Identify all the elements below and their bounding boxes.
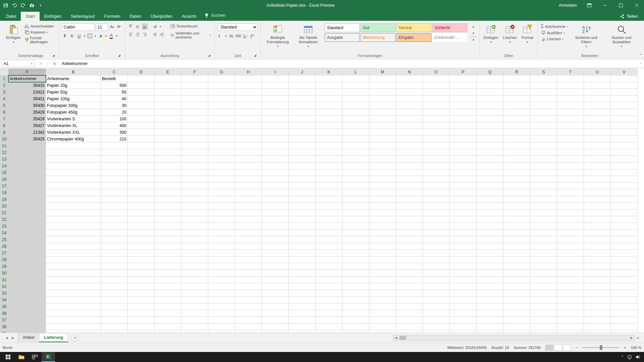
cell[interactable] — [530, 102, 557, 109]
cell[interactable] — [530, 163, 557, 169]
cell[interactable] — [46, 176, 101, 183]
row-header[interactable]: 10 — [0, 136, 8, 142]
cell[interactable] — [584, 290, 611, 297]
cell[interactable] — [262, 169, 289, 176]
cell[interactable] — [423, 176, 450, 183]
cell[interactable] — [208, 203, 235, 209]
cell[interactable] — [369, 129, 396, 136]
cell[interactable] — [342, 142, 369, 149]
cell[interactable] — [611, 263, 638, 270]
cell[interactable] — [530, 149, 557, 156]
cell[interactable] — [423, 270, 450, 277]
cell[interactable] — [477, 317, 503, 323]
spreadsheet-grid[interactable]: ABCDEFGHIJKLMNOPQRSTUV1ArtikelnummerArti… — [0, 68, 644, 333]
cell[interactable] — [208, 243, 235, 250]
cell[interactable] — [584, 216, 611, 223]
cell[interactable] — [557, 183, 584, 189]
cell[interactable] — [477, 223, 503, 230]
dialog-launcher-icon[interactable]: ◢ — [52, 54, 56, 58]
gallery-more-icon[interactable]: ▾ — [471, 37, 477, 43]
cell[interactable] — [477, 189, 503, 196]
cell[interactable] — [611, 303, 638, 310]
cell[interactable] — [8, 290, 46, 297]
cell[interactable] — [262, 236, 289, 243]
row-header[interactable]: 18 — [0, 189, 8, 196]
cell[interactable] — [208, 189, 235, 196]
cell[interactable] — [423, 277, 450, 283]
cell[interactable] — [503, 176, 530, 183]
cell[interactable] — [316, 149, 342, 156]
cell[interactable] — [584, 122, 611, 129]
cell[interactable] — [101, 303, 128, 310]
column-header[interactable]: H — [235, 69, 262, 75]
column-header[interactable]: Q — [477, 69, 503, 75]
cell[interactable] — [396, 136, 423, 142]
cell[interactable] — [530, 209, 557, 216]
cell[interactable] — [289, 303, 316, 310]
cell[interactable] — [369, 303, 396, 310]
row-header[interactable]: 37 — [0, 317, 8, 323]
cell[interactable] — [181, 243, 208, 250]
cell[interactable] — [477, 196, 503, 203]
cell[interactable] — [611, 109, 638, 116]
cell[interactable] — [8, 236, 46, 243]
cell[interactable] — [8, 189, 46, 196]
cell[interactable]: Chromepapier 400g — [46, 136, 101, 142]
cell[interactable] — [503, 236, 530, 243]
cell[interactable] — [316, 277, 342, 283]
cell[interactable] — [46, 330, 101, 333]
cell[interactable] — [369, 89, 396, 96]
cell[interactable] — [396, 169, 423, 176]
cell[interactable] — [477, 323, 503, 330]
scroll-left-icon[interactable]: ◄ — [393, 336, 399, 340]
cell[interactable] — [530, 310, 557, 317]
column-header[interactable]: R — [503, 69, 530, 75]
cell[interactable] — [181, 209, 208, 216]
cell[interactable]: 30 — [101, 102, 128, 109]
cell[interactable]: 500 — [101, 82, 128, 89]
name-box[interactable]: A1▾ — [1, 60, 35, 67]
dialog-launcher-icon[interactable]: ◢ — [207, 54, 211, 58]
cell[interactable] — [557, 129, 584, 136]
cell[interactable] — [450, 183, 477, 189]
cell[interactable] — [584, 250, 611, 256]
cell[interactable] — [584, 96, 611, 102]
style-erklaerender[interactable]: Erklärender ... — [432, 33, 467, 42]
cell[interactable] — [584, 263, 611, 270]
cell[interactable] — [396, 317, 423, 323]
row-header[interactable]: 8 — [0, 122, 8, 129]
cell[interactable] — [611, 163, 638, 169]
cell[interactable] — [557, 89, 584, 96]
cell[interactable] — [530, 196, 557, 203]
cell[interactable] — [611, 209, 638, 216]
cell[interactable]: Papier 20g — [46, 82, 101, 89]
cell[interactable] — [262, 209, 289, 216]
cell[interactable] — [262, 183, 289, 189]
cell[interactable] — [611, 75, 638, 82]
row-header[interactable]: 19 — [0, 196, 8, 203]
tab-daten[interactable]: Daten — [125, 12, 146, 21]
cell[interactable] — [477, 136, 503, 142]
cell[interactable] — [423, 209, 450, 216]
cell[interactable] — [46, 290, 101, 297]
cell[interactable] — [316, 116, 342, 122]
cell[interactable] — [181, 263, 208, 270]
cell[interactable] — [450, 256, 477, 263]
cell[interactable] — [128, 176, 155, 183]
cell[interactable] — [46, 283, 101, 290]
cell[interactable] — [611, 256, 638, 263]
cell[interactable] — [557, 223, 584, 230]
cell[interactable] — [611, 310, 638, 317]
row-header[interactable]: 16 — [0, 176, 8, 183]
cell[interactable] — [128, 196, 155, 203]
cell[interactable] — [503, 297, 530, 303]
cell[interactable] — [423, 163, 450, 169]
cell[interactable] — [316, 102, 342, 109]
cell[interactable] — [316, 183, 342, 189]
cell[interactable] — [235, 216, 262, 223]
cell[interactable] — [396, 203, 423, 209]
cell[interactable] — [450, 317, 477, 323]
cell[interactable] — [128, 129, 155, 136]
column-header[interactable]: V — [611, 69, 638, 75]
cell[interactable] — [128, 82, 155, 89]
